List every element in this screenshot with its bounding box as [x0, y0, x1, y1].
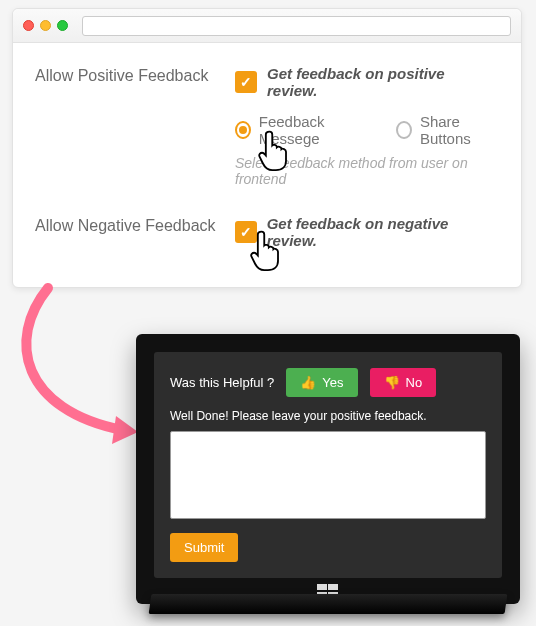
radio-message-label: Feedback Messege — [259, 113, 369, 147]
no-button[interactable]: 👎 No — [370, 368, 437, 397]
feedback-widget: Was this Helpful ? 👍 Yes 👎 No Well Done!… — [154, 352, 502, 578]
minimize-icon[interactable] — [40, 20, 51, 31]
radio-share-label: Share Buttons — [420, 113, 499, 147]
feedback-textarea[interactable] — [170, 431, 486, 519]
browser-titlebar — [13, 9, 521, 43]
radio-share[interactable] — [396, 121, 412, 139]
row-positive-feedback: Allow Positive Feedback ✓ Get feedback o… — [35, 65, 499, 187]
yes-button[interactable]: 👍 Yes — [286, 368, 357, 397]
browser-window: Allow Positive Feedback ✓ Get feedback o… — [12, 8, 522, 288]
label-positive: Allow Positive Feedback — [35, 65, 235, 85]
url-bar[interactable] — [82, 16, 511, 36]
feedback-prompt: Well Done! Please leave your positive fe… — [170, 409, 486, 423]
radio-item-share[interactable]: Share Buttons — [396, 113, 499, 147]
positive-help-text: Select feedback method from user on fron… — [235, 155, 499, 187]
thumbs-down-icon: 👎 — [384, 375, 400, 390]
yes-label: Yes — [322, 375, 343, 390]
submit-button[interactable]: Submit — [170, 533, 238, 562]
radio-item-message[interactable]: Feedback Messege — [235, 113, 368, 147]
checkbox-positive-text: Get feedback on positive review. — [267, 65, 499, 99]
negative-controls: ✓ Get feedback on negative review. — [235, 215, 499, 249]
tablet-stand — [149, 594, 508, 614]
tablet-device: Was this Helpful ? 👍 Yes 👎 No Well Done!… — [136, 334, 520, 604]
checkbox-negative[interactable]: ✓ — [235, 221, 257, 243]
positive-controls: ✓ Get feedback on positive review. Feedb… — [235, 65, 499, 187]
settings-panel: Allow Positive Feedback ✓ Get feedback o… — [13, 43, 521, 287]
radio-message[interactable] — [235, 121, 251, 139]
thumbs-up-icon: 👍 — [300, 375, 316, 390]
arrow-icon — [12, 280, 152, 450]
checkbox-negative-text: Get feedback on negative review. — [267, 215, 499, 249]
checkbox-positive[interactable]: ✓ — [235, 71, 257, 93]
no-label: No — [406, 375, 423, 390]
helpful-question: Was this Helpful ? — [170, 375, 274, 390]
maximize-icon[interactable] — [57, 20, 68, 31]
close-icon[interactable] — [23, 20, 34, 31]
row-negative-feedback: Allow Negative Feedback ✓ Get feedback o… — [35, 215, 499, 249]
label-negative: Allow Negative Feedback — [35, 215, 235, 235]
